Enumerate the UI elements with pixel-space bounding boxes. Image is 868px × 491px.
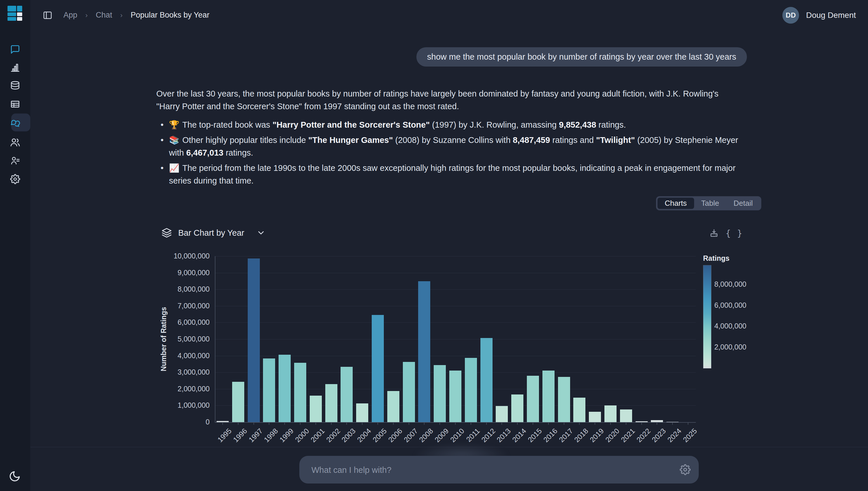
x-axis-line (215, 422, 696, 423)
chat-input[interactable] (311, 456, 675, 484)
bar-2021[interactable] (620, 409, 632, 422)
sidebar-item-database[interactable] (0, 77, 30, 94)
x-axis-tick-label: 1998 (263, 427, 280, 444)
bar-1997[interactable] (248, 258, 260, 422)
app-logo-icon[interactable] (7, 6, 23, 21)
gear-icon (10, 174, 20, 184)
sidebar-toggle-icon[interactable] (43, 10, 53, 20)
account-name: Doug Dement (806, 11, 856, 20)
bar-2000[interactable] (294, 363, 306, 422)
bar-2013[interactable] (496, 406, 508, 422)
x-axis-tickmark (253, 422, 254, 425)
sidebar-item-tables[interactable] (0, 95, 30, 113)
chevron-down-icon (256, 228, 266, 237)
bar-2007[interactable] (403, 362, 415, 422)
bar-2009[interactable] (434, 365, 446, 422)
tab-charts[interactable]: Charts (657, 198, 694, 209)
x-axis-tick-label: 2009 (433, 427, 451, 444)
gear-icon (680, 464, 690, 475)
sidebar-item-charts[interactable] (0, 59, 30, 76)
chat-bubble-icon (10, 45, 20, 54)
chart-type-selector[interactable]: Bar Chart by Year (162, 226, 266, 240)
x-axis-tickmark (471, 422, 471, 425)
bar-2014[interactable] (511, 395, 523, 422)
chart-title: Bar Chart by Year (178, 228, 244, 238)
x-axis-tick-label: 2016 (542, 427, 559, 444)
y-axis-tick-label: 7,000,000 (152, 302, 210, 310)
sidebar-item-settings[interactable] (0, 170, 30, 187)
table-icon (10, 99, 20, 109)
bar-2008[interactable] (418, 281, 430, 422)
composer (299, 456, 699, 484)
y-axis-tick-label: 8,000,000 (152, 285, 210, 293)
x-axis-tickmark (362, 422, 362, 425)
y-axis-tick-label: 3,000,000 (152, 368, 210, 376)
y-axis-title: Number of Ratings (160, 307, 168, 371)
y-axis-line (215, 256, 215, 422)
bar-2020[interactable] (604, 405, 617, 422)
users-icon (10, 137, 20, 147)
response-bullets: 🏆The top-rated book was "Harry Potter an… (156, 118, 743, 187)
bullet-emoji-icon: 🏆 (169, 120, 179, 129)
breadcrumb-chat[interactable]: Chat (96, 11, 112, 20)
legend-title: Ratings (703, 254, 730, 262)
breadcrumb-app[interactable]: App (63, 11, 77, 20)
bar-2023[interactable] (651, 420, 663, 422)
sidebar-item-conversations-active[interactable] (0, 115, 30, 132)
x-axis-tickmark (517, 422, 518, 425)
bar-2016[interactable] (542, 371, 554, 422)
bar-2015[interactable] (527, 376, 539, 422)
bar-2012[interactable] (481, 338, 492, 422)
x-axis-tickmark (641, 422, 642, 425)
bar-2001[interactable] (310, 396, 322, 422)
composer-settings-button[interactable] (680, 464, 690, 475)
response-bullet-0: 🏆The top-rated book was "Harry Potter an… (156, 118, 743, 131)
sidebar-item-chat[interactable] (0, 40, 30, 58)
bar-2005[interactable] (372, 315, 384, 422)
bar-1995[interactable] (217, 421, 229, 422)
bar-2019[interactable] (589, 412, 601, 422)
legend-tick-label: 2,000,000 (714, 343, 746, 351)
tab-table[interactable]: Table (694, 198, 726, 209)
bar-2010[interactable] (449, 371, 461, 422)
bar-2011[interactable] (465, 358, 477, 422)
x-axis-tick-label: 2013 (495, 427, 512, 444)
x-axis-tickmark (393, 422, 394, 425)
view-code-button[interactable]: { } (728, 227, 741, 240)
x-axis-tick-label: 2011 (465, 427, 482, 444)
bar-2004[interactable] (356, 403, 368, 422)
avatar[interactable]: DD (782, 7, 799, 24)
x-axis-tickmark (331, 422, 332, 425)
legend-tick-label: 8,000,000 (714, 280, 746, 288)
bar-1998[interactable] (263, 358, 275, 422)
user-message-bubble: show me the most popular book by number … (416, 47, 747, 66)
sidebar-item-users[interactable] (0, 134, 30, 151)
x-axis-tickmark (300, 422, 300, 425)
code-braces-icon: { } (726, 228, 743, 238)
bar-2002[interactable] (325, 384, 337, 422)
bar-2006[interactable] (387, 391, 399, 422)
x-axis-tick-label: 2005 (371, 427, 388, 444)
bar-2018[interactable] (573, 398, 586, 422)
x-axis-tick-label: 1995 (216, 427, 233, 444)
tab-detail[interactable]: Detail (726, 198, 760, 209)
moon-icon (9, 470, 21, 482)
bar-2024[interactable] (667, 422, 679, 422)
bar-1996[interactable] (232, 382, 244, 422)
x-axis-tickmark (238, 422, 239, 425)
sidebar-item-contacts[interactable] (0, 152, 30, 169)
x-axis-tick-label: 2025 (681, 427, 699, 444)
dark-mode-toggle[interactable] (9, 470, 21, 482)
account-menu[interactable]: DD Doug Dement (782, 0, 856, 30)
bar-2003[interactable] (341, 367, 353, 422)
x-axis-tick-label: 2003 (340, 427, 357, 444)
y-axis-tick-label: 6,000,000 (152, 318, 210, 326)
bar-2017[interactable] (558, 377, 570, 422)
bar-1999[interactable] (278, 355, 291, 422)
x-axis-tickmark (378, 422, 378, 425)
y-axis-tick-label: 5,000,000 (152, 335, 210, 343)
legend-tick-label: 4,000,000 (714, 322, 746, 330)
bar-2022[interactable] (635, 421, 648, 422)
download-chart-button[interactable] (707, 227, 721, 240)
response-bullet-1: 📚Other highly popular titles include "Th… (156, 134, 743, 159)
